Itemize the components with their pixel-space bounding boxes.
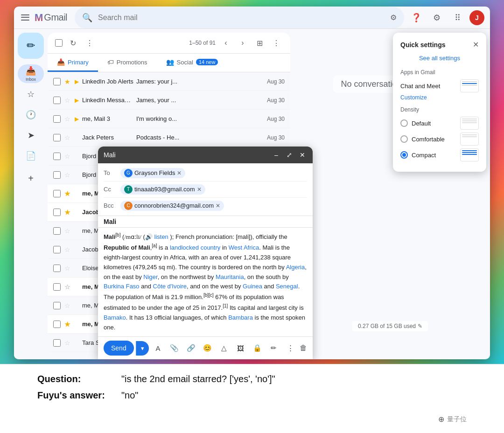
email-checkbox[interactable] <box>53 321 61 328</box>
burkina-faso-link[interactable]: Burkina Faso <box>104 283 140 290</box>
sidebar-item-inbox[interactable]: 📥 Inbox <box>18 64 44 83</box>
email-checkbox[interactable] <box>53 171 61 179</box>
star-icon[interactable]: ☆ <box>63 97 71 104</box>
niger-link[interactable]: Niger <box>143 273 157 280</box>
bcc-chip-close[interactable]: ✕ <box>216 203 220 209</box>
storage-edit-icon[interactable]: ✎ <box>418 323 422 329</box>
to-chip-close[interactable]: ✕ <box>177 170 182 176</box>
menu-icon[interactable] <box>20 12 31 23</box>
algeria-link[interactable]: Algeria <box>286 264 305 271</box>
email-row[interactable]: ☆ Jack Peters Podcasts - He... Aug 30 <box>48 128 290 147</box>
email-checkbox[interactable] <box>53 153 61 160</box>
sidebar-item-drafts[interactable]: 📄 <box>18 147 44 165</box>
tab-primary[interactable]: 📥 Primary <box>48 54 98 72</box>
compose-close-icon[interactable]: ✕ <box>298 150 307 160</box>
view-more-icon[interactable]: ⋮ <box>270 36 283 49</box>
star-icon[interactable]: ☆ <box>63 115 71 123</box>
density-default-option[interactable]: Default <box>400 117 479 130</box>
compose-button[interactable]: ✏ <box>18 33 44 59</box>
email-checkbox[interactable] <box>53 265 61 272</box>
settings-icon[interactable]: ⚙ <box>428 9 445 26</box>
email-checkbox[interactable] <box>53 115 61 123</box>
star-icon[interactable]: ☆ <box>63 153 71 160</box>
customize-link[interactable]: Customize <box>400 94 479 101</box>
star-icon[interactable]: ★ <box>63 78 71 85</box>
signature-button[interactable]: ✏ <box>266 341 281 356</box>
senegal-link[interactable]: Senegal <box>276 283 298 290</box>
more-options-compose[interactable]: ⋮ <box>283 341 298 356</box>
insert-lock-button[interactable]: 🔒 <box>250 341 265 356</box>
email-checkbox[interactable] <box>53 78 61 85</box>
bcc-recipient-chip[interactable]: C connorobrien324@gmail.com ✕ <box>120 201 224 211</box>
to-recipient-chip[interactable]: G Grayson Fields ✕ <box>120 168 185 178</box>
cc-chip-close[interactable]: ✕ <box>197 186 202 193</box>
cc-recipient-chip[interactable]: T tinaaab93@gmail.com ✕ <box>120 184 205 195</box>
star-icon[interactable]: ☆ <box>63 246 71 253</box>
bambara-link[interactable]: Bambara <box>228 314 253 321</box>
insert-link-button[interactable]: 🔗 <box>184 341 198 356</box>
help-icon[interactable]: ❓ <box>408 9 425 26</box>
landlocked-country-link[interactable]: landlocked country <box>170 244 220 251</box>
star-icon[interactable]: ☆ <box>63 339 71 347</box>
search-settings-icon[interactable]: ⚙ <box>390 13 397 22</box>
sidebar-item-sent[interactable]: ➤ <box>18 126 44 145</box>
delete-draft-button[interactable]: 🗑 <box>300 344 307 352</box>
gmail-search-bar[interactable]: 🔍 ⚙ <box>75 7 404 28</box>
more-options-icon[interactable]: ⋮ <box>83 36 96 49</box>
format-text-button[interactable]: A <box>151 341 165 356</box>
density-comfortable-radio[interactable] <box>400 135 408 143</box>
email-row[interactable]: ★ ▶ LinkedIn Job Alerts James: your j...… <box>48 72 290 91</box>
star-icon[interactable]: ★ <box>63 209 71 216</box>
star-icon[interactable]: ☆ <box>63 227 71 235</box>
density-compact-option[interactable]: Compact <box>400 148 479 161</box>
email-checkbox[interactable] <box>53 339 61 347</box>
refresh-icon[interactable]: ↻ <box>66 36 79 49</box>
email-checkbox[interactable] <box>53 209 61 216</box>
select-all-checkbox[interactable] <box>55 39 63 47</box>
insert-emoji-button[interactable]: 😊 <box>200 341 215 356</box>
email-checkbox[interactable] <box>53 302 61 309</box>
attach-file-button[interactable]: 📎 <box>167 341 182 356</box>
star-icon[interactable]: ★ <box>63 321 71 328</box>
compose-minimize-icon[interactable]: – <box>272 150 281 160</box>
see-all-settings-link[interactable]: See all settings <box>400 55 479 62</box>
user-avatar[interactable]: J <box>469 10 484 25</box>
email-checkbox[interactable] <box>53 134 61 141</box>
star-icon[interactable]: ★ <box>63 190 71 197</box>
sidebar-item-starred[interactable]: ☆ <box>18 85 44 104</box>
sidebar-item-snoozed[interactable]: 🕐 <box>18 105 44 124</box>
view-options-icon[interactable]: ⊞ <box>253 36 266 49</box>
email-row[interactable]: ☆ ▶ me, Mail 3 I'm working o... Aug 30 <box>48 110 290 128</box>
email-checkbox[interactable] <box>53 227 61 235</box>
guinea-link[interactable]: Guinea <box>243 283 262 290</box>
email-checkbox[interactable] <box>53 246 61 253</box>
bamako-link[interactable]: Bamako <box>104 314 126 321</box>
tab-promotions[interactable]: 🏷 Promotions <box>98 54 157 72</box>
email-checkbox[interactable] <box>53 97 61 104</box>
insert-photo-button[interactable]: 🖼 <box>233 341 248 356</box>
star-icon[interactable]: ☆ <box>63 302 71 309</box>
apps-icon[interactable]: ⠿ <box>449 9 466 26</box>
email-checkbox[interactable] <box>53 190 61 197</box>
star-icon[interactable]: ☆ <box>63 134 71 141</box>
sidebar-add-icon[interactable]: + <box>21 169 40 188</box>
star-icon[interactable]: ☆ <box>63 171 71 179</box>
next-page-icon[interactable]: › <box>236 36 249 49</box>
prev-page-icon[interactable]: ‹ <box>219 36 232 49</box>
compose-expand-icon[interactable]: ⤢ <box>285 150 294 160</box>
mauritania-link[interactable]: Mauritania <box>216 273 244 280</box>
email-checkbox[interactable] <box>53 283 61 291</box>
tab-social[interactable]: 👥 Social 14 new <box>157 54 228 72</box>
send-dropdown-button[interactable]: ▾ <box>136 341 149 356</box>
insert-drive-button[interactable]: △ <box>217 341 231 356</box>
compose-body[interactable]: Mali[b] (/mɑːli/ (🔊 listen ); French pro… <box>98 228 313 336</box>
send-button[interactable]: Send <box>104 341 134 356</box>
cote-divoire-link[interactable]: Côte d'Ivoire <box>153 283 187 290</box>
compose-header[interactable]: Mali – ⤢ ✕ <box>98 147 313 163</box>
quick-settings-close[interactable]: ✕ <box>473 40 479 49</box>
density-comfortable-option[interactable]: Comfortable <box>400 133 479 146</box>
email-row[interactable]: ☆ ▶ LinkedIn Messages James, your ... Au… <box>48 91 290 110</box>
star-icon[interactable]: ☆ <box>63 265 71 272</box>
west-africa-link[interactable]: West Africa <box>229 244 259 251</box>
density-default-radio[interactable] <box>400 119 408 127</box>
